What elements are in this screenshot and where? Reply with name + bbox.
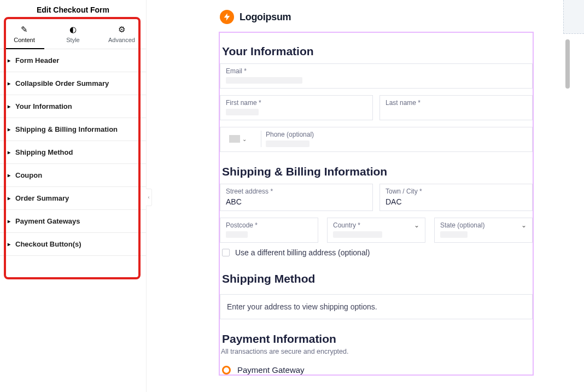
- caret-right-icon: ▸: [8, 172, 12, 178]
- email-field[interactable]: Email *: [220, 63, 533, 89]
- editor-sidebar: Edit Checkout Form ✎ Content ◐ Style ⚙ A…: [0, 0, 147, 392]
- caret-right-icon: ▸: [8, 195, 12, 201]
- different-billing-checkbox[interactable]: Use a different billing address (optiona…: [220, 243, 533, 259]
- section-collapsible-order-summary[interactable]: ▸Collapsible Order Summary: [0, 72, 146, 95]
- tab-label: Style: [66, 37, 79, 43]
- accordion: ▸Form Header ▸Collapsible Order Summary …: [0, 49, 146, 256]
- payment-gateway-option[interactable]: Payment Gateway: [220, 362, 533, 375]
- section-label: Coupon: [15, 171, 42, 179]
- chevron-down-icon: ⌄: [242, 136, 247, 142]
- chevron-down-icon: ⌄: [414, 221, 419, 231]
- first-name-field[interactable]: First name *: [220, 95, 373, 120]
- caret-right-icon: ▸: [8, 103, 12, 109]
- country-field[interactable]: Country *⌄: [327, 218, 425, 243]
- section-form-header[interactable]: ▸Form Header: [0, 49, 146, 72]
- section-label: Checkout Button(s): [15, 240, 81, 248]
- section-shipping-billing-information[interactable]: ▸Shipping & Billing Information: [0, 118, 146, 141]
- brand-logo-icon: [220, 10, 234, 24]
- panel-title: Edit Checkout Form: [0, 0, 146, 19]
- chevron-left-icon: ‹: [148, 195, 150, 200]
- section-label: Payment Gateways: [15, 217, 80, 225]
- field-label: Phone (optional): [266, 131, 314, 138]
- redacted-value: [226, 231, 248, 238]
- field-label: Town / City *: [386, 188, 527, 195]
- canvas-preview: Logoipsum Your Information Email * First…: [147, 0, 584, 392]
- field-label: Email *: [226, 67, 527, 75]
- checkbox-label: Use a different billing address (optiona…: [235, 248, 370, 257]
- section-your-information[interactable]: ▸Your Information: [0, 95, 146, 118]
- postcode-field[interactable]: Postcode *: [220, 218, 318, 243]
- field-label: Country *: [333, 221, 360, 229]
- redacted-value: [226, 109, 259, 115]
- tab-advanced[interactable]: ⚙ Advanced: [97, 19, 146, 49]
- heading-payment-information: Payment Information: [220, 329, 533, 347]
- country-code-select[interactable]: ⌄: [226, 132, 256, 146]
- brand-header: Logoipsum: [147, 0, 584, 32]
- caret-right-icon: ▸: [8, 241, 12, 247]
- last-name-field[interactable]: Last name *: [379, 95, 533, 120]
- section-label: Shipping Method: [15, 148, 73, 156]
- redacted-value: [333, 231, 382, 238]
- field-label: Street address *: [226, 188, 367, 195]
- brand-name: Logoipsum: [240, 11, 291, 23]
- tab-style[interactable]: ◐ Style: [49, 19, 97, 49]
- section-shipping-method[interactable]: ▸Shipping Method: [0, 141, 146, 164]
- field-label: First name *: [226, 99, 367, 107]
- editor-tabs: ✎ Content ◐ Style ⚙ Advanced: [0, 19, 146, 49]
- redacted-value: [266, 141, 309, 147]
- section-label: Order Summary: [15, 194, 69, 202]
- section-checkout-buttons[interactable]: ▸Checkout Button(s): [0, 233, 146, 256]
- tab-label: Advanced: [108, 37, 135, 43]
- section-payment-gateways[interactable]: ▸Payment Gateways: [0, 210, 146, 233]
- heading-shipping-billing: Shipping & Billing Information: [220, 162, 533, 184]
- heading-your-information: Your Information: [220, 42, 533, 63]
- field-value: DAC: [386, 197, 527, 206]
- payment-subtext: All transactions are secure and encrypte…: [220, 347, 533, 362]
- gear-icon: ⚙: [97, 25, 146, 33]
- redacted-value: [226, 77, 302, 84]
- caret-right-icon: ▸: [8, 149, 12, 155]
- section-label: Shipping & Billing Information: [15, 125, 118, 133]
- section-order-summary[interactable]: ▸Order Summary: [0, 187, 146, 210]
- caret-right-icon: ▸: [8, 126, 12, 132]
- chevron-down-icon: ⌄: [521, 221, 527, 231]
- scrollbar[interactable]: [565, 39, 570, 89]
- tab-label: Content: [14, 37, 35, 43]
- section-coupon[interactable]: ▸Coupon: [0, 164, 146, 187]
- phone-field[interactable]: ⌄ Phone (optional): [220, 127, 533, 152]
- checkbox-icon: [222, 249, 230, 256]
- section-label: Form Header: [15, 56, 59, 65]
- field-value: ABC: [226, 197, 367, 206]
- tab-content[interactable]: ✎ Content: [0, 19, 49, 49]
- caret-right-icon: ▸: [8, 218, 12, 224]
- divider: [261, 131, 261, 147]
- caret-right-icon: ▸: [8, 80, 12, 86]
- section-label: Your Information: [15, 102, 72, 110]
- redacted-value: [440, 231, 468, 238]
- panel-collapse-handle[interactable]: ‹: [146, 189, 152, 206]
- contrast-icon: ◐: [49, 25, 97, 33]
- field-label: State (optional): [440, 221, 484, 229]
- field-label: Last name *: [386, 99, 527, 107]
- field-label: Postcode *: [226, 221, 312, 229]
- section-label: Collapsible Order Summary: [15, 79, 109, 87]
- payment-gateway-label: Payment Gateway: [237, 365, 305, 375]
- state-field[interactable]: State (optional)⌄: [434, 218, 533, 243]
- heading-shipping-method: Shipping Method: [220, 269, 533, 291]
- pencil-icon: ✎: [0, 25, 49, 33]
- caret-right-icon: ▸: [8, 57, 12, 63]
- canvas-guide: [563, 0, 584, 34]
- radio-selected-icon: [222, 366, 231, 375]
- checkout-form-widget[interactable]: Your Information Email * First name * La…: [219, 32, 534, 376]
- town-city-field[interactable]: Town / City * DAC: [379, 184, 533, 211]
- street-address-field[interactable]: Street address * ABC: [220, 184, 373, 211]
- flag-icon: [229, 135, 240, 143]
- shipping-method-note: Enter your address to view shipping opti…: [220, 294, 533, 319]
